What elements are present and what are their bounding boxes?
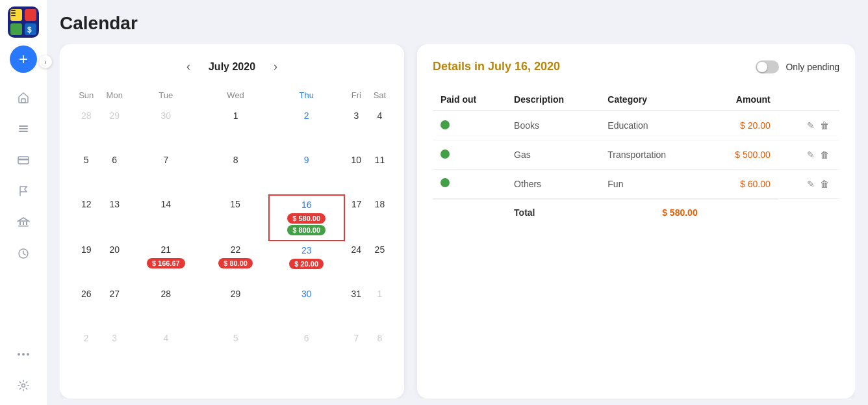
svg-rect-7 xyxy=(11,12,16,14)
svg-text:$: $ xyxy=(27,25,32,34)
day-cell-28-w0[interactable]: 28 xyxy=(73,107,100,151)
collapse-toggle[interactable]: › xyxy=(39,55,52,68)
day-cell-31-w4[interactable]: 31 xyxy=(344,285,368,329)
total-empty-1 xyxy=(433,199,506,226)
day-cell-25-w3[interactable]: 25 xyxy=(368,241,391,285)
svg-rect-8 xyxy=(11,15,16,16)
day-cell-19-w3[interactable]: 19 xyxy=(73,241,100,285)
row-0-delete-button[interactable]: 🗑 xyxy=(817,119,832,132)
day-cell-28-w4[interactable]: 28 xyxy=(129,285,203,329)
col-sun: Sun xyxy=(73,86,100,107)
day-cell-5-w1[interactable]: 5 xyxy=(73,151,100,195)
add-button[interactable]: + xyxy=(10,46,37,73)
flag-icon[interactable] xyxy=(10,178,36,204)
day-cell-30-w0[interactable]: 30 xyxy=(129,107,203,151)
day-cell-8-w1[interactable]: 8 xyxy=(203,151,269,195)
total-amount: $ 580.00 xyxy=(600,199,705,226)
day-cell-18-w2[interactable]: 18 xyxy=(368,195,391,241)
col-paid-out: Paid out xyxy=(433,89,506,111)
row-1-category: Transportation xyxy=(600,140,705,170)
day-cell-5-w5[interactable]: 5 xyxy=(203,329,269,373)
total-row: Total $ 580.00 xyxy=(433,199,839,226)
row-0-category: Education xyxy=(600,111,705,140)
day-cell-26-w4[interactable]: 26 xyxy=(73,285,100,329)
row-2-delete-button[interactable]: 🗑 xyxy=(817,177,832,190)
row-0-actions: ✎🗑 xyxy=(778,111,839,140)
row-0-edit-button[interactable]: ✎ xyxy=(804,119,817,132)
only-pending-label: Only pending xyxy=(785,62,839,72)
details-title: Details in July 16, 2020 xyxy=(433,60,560,73)
day-cell-11-w1[interactable]: 11 xyxy=(368,151,391,195)
row-1-edit-button[interactable]: ✎ xyxy=(804,148,817,161)
detail-row: BooksEducation$ 20.00✎🗑 xyxy=(433,111,839,140)
day-cell-3-w5[interactable]: 3 xyxy=(100,329,129,373)
row-1-delete-button[interactable]: 🗑 xyxy=(817,148,832,161)
svg-rect-11 xyxy=(19,128,28,129)
day-cell-30-w4[interactable]: 30 xyxy=(269,285,344,329)
day-cell-1-w0[interactable]: 1 xyxy=(203,107,269,151)
list-icon[interactable] xyxy=(10,116,36,142)
detail-row: GasTransportation$ 500.00✎🗑 xyxy=(433,140,839,170)
svg-rect-14 xyxy=(18,159,29,161)
day-cell-9-w1[interactable]: 9 xyxy=(269,151,344,195)
bank-icon[interactable] xyxy=(10,209,36,235)
col-thu: Thu xyxy=(269,86,344,107)
day-cell-29-w0[interactable]: 29 xyxy=(100,107,129,151)
details-header: Details in July 16, 2020 Only pending xyxy=(433,60,839,73)
prev-month-button[interactable]: ‹ xyxy=(181,57,196,76)
svg-rect-9 xyxy=(21,99,25,103)
day-cell-13-w2[interactable]: 13 xyxy=(100,195,129,241)
day-cell-7-w1[interactable]: 7 xyxy=(129,151,203,195)
day-cell-17-w2[interactable]: 17 xyxy=(344,195,368,241)
day-cell-24-w3[interactable]: 24 xyxy=(344,241,368,285)
svg-rect-16 xyxy=(23,222,24,225)
home-icon[interactable] xyxy=(10,85,36,111)
day-cell-29-w4[interactable]: 29 xyxy=(203,285,269,329)
card-icon[interactable] xyxy=(10,147,36,173)
svg-rect-18 xyxy=(18,226,29,227)
row-0-description: Books xyxy=(506,111,600,140)
day-cell-3-w0[interactable]: 3 xyxy=(344,107,368,151)
more-icon[interactable] xyxy=(10,341,36,367)
day-cell-16-w2[interactable]: 16$ 580.00$ 800.00 xyxy=(269,195,344,241)
day-cell-7-w5[interactable]: 7 xyxy=(344,329,368,373)
col-amount: Amount xyxy=(706,89,778,111)
day-cell-14-w2[interactable]: 14 xyxy=(129,195,203,241)
day-cell-4-w5[interactable]: 4 xyxy=(129,329,203,373)
day-cell-22-w3[interactable]: 22$ 80.00 xyxy=(203,241,269,285)
calendar-table: Sun Mon Tue Wed Thu Fri Sat 282930123456… xyxy=(73,86,391,373)
row-1-amount: $ 500.00 xyxy=(706,140,778,170)
calendar-panel: ‹ July 2020 › Sun Mon Tue Wed Thu Fri Sa… xyxy=(60,44,404,398)
day-cell-2-w0[interactable]: 2 xyxy=(269,107,344,151)
svg-rect-17 xyxy=(26,222,27,225)
col-category: Category xyxy=(600,89,705,111)
day-cell-21-w3[interactable]: 21$ 166.67 xyxy=(129,241,203,285)
total-label: Total xyxy=(506,199,600,226)
day-cell-8-w5[interactable]: 8 xyxy=(368,329,391,373)
svg-rect-2 xyxy=(25,9,36,21)
svg-point-20 xyxy=(18,353,20,356)
total-empty-2 xyxy=(706,199,778,226)
only-pending-toggle[interactable] xyxy=(756,60,779,73)
day-cell-4-w0[interactable]: 4 xyxy=(368,107,391,151)
col-tue: Tue xyxy=(129,86,203,107)
day-cell-12-w2[interactable]: 12 xyxy=(73,195,100,241)
day-cell-2-w5[interactable]: 2 xyxy=(73,329,100,373)
settings-icon[interactable] xyxy=(10,372,36,398)
svg-rect-12 xyxy=(19,131,28,132)
day-cell-15-w2[interactable]: 15 xyxy=(203,195,269,241)
day-cell-6-w5[interactable]: 6 xyxy=(269,329,344,373)
svg-point-22 xyxy=(27,353,29,356)
day-cell-6-w1[interactable]: 6 xyxy=(100,151,129,195)
clock-icon[interactable] xyxy=(10,241,36,267)
svg-point-21 xyxy=(22,353,25,356)
row-2-edit-button[interactable]: ✎ xyxy=(804,177,817,190)
col-sat: Sat xyxy=(368,86,391,107)
day-cell-27-w4[interactable]: 27 xyxy=(100,285,129,329)
day-cell-23-w3[interactable]: 23$ 20.00 xyxy=(269,241,344,285)
next-month-button[interactable]: › xyxy=(268,57,283,76)
day-cell-1-w4[interactable]: 1 xyxy=(368,285,391,329)
day-cell-10-w1[interactable]: 10 xyxy=(344,151,368,195)
col-description: Description xyxy=(506,89,600,111)
day-cell-20-w3[interactable]: 20 xyxy=(100,241,129,285)
